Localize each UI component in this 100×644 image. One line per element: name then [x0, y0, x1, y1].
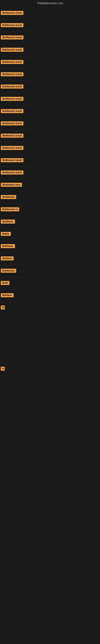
bottleneck-badge[interactable]: B: [1, 306, 5, 310]
table-row: Bottleneck: [0, 265, 100, 277]
table-row: [0, 330, 100, 347]
table-row: Bottleneck result: [0, 32, 100, 44]
table-row: Bottleneck result: [0, 69, 100, 81]
table-row: Bottleneck: [0, 192, 100, 204]
bottleneck-badge[interactable]: Bottleneck result: [1, 60, 23, 64]
table-row: Bottleneck result: [0, 142, 100, 154]
site-title: TheBottlenecker.com: [0, 0, 100, 7]
bottleneck-badge[interactable]: Bottleneck result: [1, 97, 23, 101]
table-row: Bottleneck result: [0, 44, 100, 56]
table-row: Bottleneck result: [0, 106, 100, 118]
table-row: [0, 440, 100, 472]
table-row: Bottleneck result: [0, 7, 100, 20]
bottleneck-badge[interactable]: Bottleneck result: [1, 146, 23, 150]
table-row: Bottleneck re: [0, 204, 100, 216]
table-row: Bottleneck result: [0, 20, 100, 32]
table-row: Bottleneck result: [0, 93, 100, 106]
table-row: Bottleneck result: [0, 154, 100, 167]
bottleneck-badge[interactable]: Bottlenec: [1, 220, 15, 224]
table-row: B: [0, 363, 100, 375]
table-row: Bottleneck result: [0, 81, 100, 93]
table-row: B: [0, 302, 100, 314]
table-row: Bottleneck result: [0, 167, 100, 179]
bottleneck-badge[interactable]: Bottleneck result: [1, 11, 23, 15]
bottleneck-badge[interactable]: Bottleneck result: [1, 84, 23, 88]
table-row: Bottlene: [0, 290, 100, 302]
table-row: [0, 472, 100, 505]
bottleneck-badge[interactable]: Bottle: [1, 232, 11, 236]
bottleneck-badge[interactable]: Bottleneck result: [1, 48, 23, 52]
bottleneck-badge[interactable]: Bottleneck result: [1, 121, 23, 126]
table-row: [0, 347, 100, 363]
bottleneck-badge[interactable]: Bottlenec: [1, 244, 15, 248]
bottleneck-badge[interactable]: Bottleneck result: [1, 109, 23, 113]
bottleneck-badge[interactable]: Bottleneck: [1, 269, 16, 273]
bottleneck-badge[interactable]: Bottl: [1, 281, 9, 285]
table-row: Bottl: [0, 277, 100, 290]
table-row: [0, 505, 100, 537]
table-row: Bottlene: [0, 253, 100, 265]
bottleneck-badge[interactable]: Bottlene: [1, 293, 14, 297]
bottleneck-badge[interactable]: Bottlene: [1, 256, 14, 260]
table-row: [0, 375, 100, 408]
table-row: Bottleneck result: [0, 118, 100, 130]
table-row: Bottleneck result: [0, 56, 100, 69]
bottleneck-badge[interactable]: Bottleneck resu: [1, 183, 22, 187]
bottleneck-badge[interactable]: Bottleneck result: [1, 36, 23, 40]
bottleneck-badge[interactable]: Bottleneck re: [1, 207, 19, 211]
bottleneck-badge[interactable]: B: [1, 367, 5, 371]
table-row: [0, 408, 100, 440]
bottleneck-badge[interactable]: Bottleneck result: [1, 72, 23, 76]
badge-rows-container: Bottleneck result Bottleneck result Bott…: [0, 7, 100, 537]
table-row: Bottle: [0, 228, 100, 240]
table-row: Bottleneck resu: [0, 179, 100, 192]
bottleneck-badge[interactable]: Bottleneck: [1, 195, 16, 199]
bottleneck-badge[interactable]: Bottleneck result: [1, 158, 23, 162]
bottleneck-badge[interactable]: Bottleneck result: [1, 170, 23, 174]
table-row: Bottleneck result: [0, 130, 100, 142]
bottleneck-badge[interactable]: Bottleneck result: [1, 134, 23, 138]
table-row: [0, 314, 100, 330]
bottleneck-badge[interactable]: Bottleneck result: [1, 23, 23, 27]
table-row: Bottlenec: [0, 240, 100, 253]
table-row: Bottlenec: [0, 216, 100, 228]
